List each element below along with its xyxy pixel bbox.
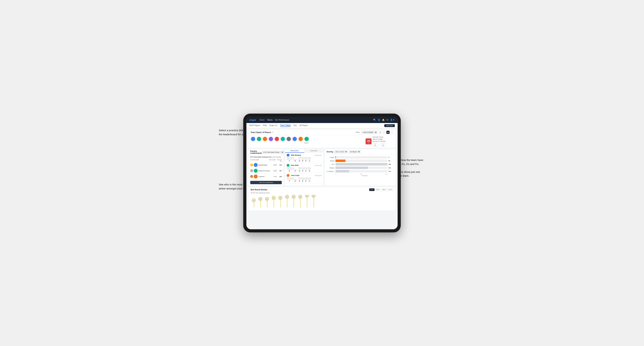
streak-col-9: 3x bbox=[305, 195, 309, 207]
team-controls: Show: Last 3 months Last 6 months Last y… bbox=[356, 131, 394, 134]
col-player: PLAYER NAME bbox=[250, 159, 268, 162]
streaks-header: Best Round Streaks OTT APP ARG PUTT bbox=[250, 188, 394, 191]
streak-dot-7: 4x bbox=[292, 195, 296, 198]
scoring-header: Scoring Par 3, 4 & 5s All Players bbox=[325, 149, 396, 155]
card-view-icon[interactable]: ▦ bbox=[386, 131, 390, 134]
streak-col-2: 6x bbox=[259, 197, 262, 207]
tablet-screen: clippd Home Teams My Performance 🔍 👤 🔔 ⚙… bbox=[246, 117, 398, 229]
nav-teams[interactable]: Teams bbox=[267, 119, 273, 121]
nav-performance[interactable]: My Performance bbox=[275, 119, 289, 121]
col-avg: PB AVG SQ bbox=[276, 159, 282, 162]
players-filter-select[interactable]: All Players bbox=[348, 150, 360, 153]
ott-button[interactable]: OTT bbox=[369, 188, 374, 191]
chart-xlabel: Total Shots bbox=[326, 175, 394, 176]
sub-nav-pgat[interactable]: PGAT Players bbox=[249, 124, 260, 127]
scoring-card: Scoring Par 3, 4 & 5s All Players Ea bbox=[325, 149, 396, 185]
par-filter-select[interactable]: Par 3, 4 & 5s bbox=[334, 150, 348, 153]
pars-label: Pars bbox=[326, 164, 334, 165]
avatar-7[interactable] bbox=[286, 137, 291, 141]
sub-nav-tour[interactable]: Tour bbox=[293, 124, 296, 127]
sub-nav-all-players[interactable]: All Players bbox=[300, 124, 308, 127]
sub-nav-pga[interactable]: PGA bbox=[263, 124, 266, 127]
sub-nav-team-clippd[interactable]: Team Clippd bbox=[280, 124, 290, 127]
add-team-button[interactable]: Add Team bbox=[384, 124, 395, 127]
yds-left: 16 yds bbox=[372, 143, 378, 147]
player-score-3: 17/20 bbox=[271, 176, 277, 177]
streak-col-3: 6x bbox=[265, 197, 269, 207]
list-view-icon[interactable]: ≡ bbox=[382, 131, 386, 134]
rank-badge-3: 3 bbox=[250, 175, 253, 178]
player-avatars bbox=[250, 137, 362, 141]
player-avatar-3 bbox=[254, 174, 258, 178]
nav-home[interactable]: Home bbox=[259, 119, 264, 121]
view-icons: ⊞ ≡ ▦ ↕ bbox=[379, 131, 394, 134]
page-wrapper: Select a practice drill and see the lead… bbox=[217, 107, 427, 238]
drill-select[interactable]: PUTT Must Make Putting... bbox=[262, 151, 284, 154]
table-row: 1 Richard Butler 19/20 110 bbox=[248, 162, 284, 168]
bogeys-track bbox=[336, 167, 388, 169]
streak-dot-8: 4x bbox=[298, 195, 302, 198]
streak-dot-5: 5x bbox=[278, 196, 282, 199]
axis-200: 200 bbox=[360, 173, 362, 175]
players-label: Players bbox=[250, 142, 362, 144]
avatar-4[interactable] bbox=[268, 137, 273, 141]
streak-dot-10: 3x bbox=[312, 195, 315, 197]
shot-yds: 16 yds ○ 0 yds bbox=[372, 143, 386, 147]
streaks-card: Best Round Streaks OTT APP ARG PUTT Off … bbox=[248, 187, 396, 210]
player-avg-2: 107 bbox=[277, 170, 282, 172]
most-active-card: Most Active Least Active Blair McHarg 26… bbox=[285, 149, 324, 185]
player-name-3: Cameron... bbox=[258, 176, 271, 177]
avatar-8[interactable] bbox=[292, 137, 297, 141]
active-player-header-1: Blair McHarg 26 Aug 2023 bbox=[287, 154, 322, 157]
practice-label: Total Practice Activities bbox=[298, 157, 311, 159]
active-date-2: 02 Sep 2023 bbox=[315, 165, 322, 166]
app-button[interactable]: APP bbox=[375, 188, 380, 191]
show-label: Show: bbox=[356, 131, 360, 133]
view-full-leaderboard-button[interactable]: View Full Leaderboard bbox=[250, 181, 282, 184]
avatar-3[interactable] bbox=[262, 137, 268, 141]
grid-view-icon[interactable]: ⊞ bbox=[379, 131, 382, 134]
streak-col-6: 4x bbox=[285, 195, 289, 207]
show-select[interactable]: Last 3 months Last 6 months Last year bbox=[362, 131, 377, 134]
search-icon[interactable]: 🔍 bbox=[373, 119, 376, 121]
active-date-1: 26 Aug 2023 bbox=[315, 155, 322, 156]
table-row: 3 Cameron... 17/20 103 bbox=[248, 174, 284, 179]
bogeys-val: 311 bbox=[388, 167, 394, 169]
birdies-label: Birdies bbox=[326, 160, 334, 162]
active-player-name-1: Blair McHarg bbox=[287, 154, 301, 157]
nav-bar: clippd Home Teams My Performance 🔍 👤 🔔 ⚙… bbox=[246, 117, 398, 123]
avatar-2[interactable] bbox=[256, 137, 262, 141]
lb-sub-title: PUTT Must Make Putting (3-6 ft), Last 3 … bbox=[248, 156, 284, 159]
streaks-subtitle: Off The Tee, Fairway Accuracy bbox=[250, 192, 394, 194]
bell-icon[interactable]: 🔔 bbox=[382, 119, 385, 121]
avatar-6[interactable] bbox=[280, 137, 285, 141]
streak-col-7: 4x bbox=[292, 195, 296, 207]
active-avatar-3 bbox=[287, 174, 290, 177]
player-avatar-2 bbox=[254, 169, 258, 173]
tab-least-active[interactable]: Least Active bbox=[304, 149, 324, 153]
avatar-1[interactable] bbox=[250, 137, 256, 141]
settings-icon[interactable]: ⚙ bbox=[386, 119, 388, 121]
bar-pars: Pars 499 bbox=[326, 163, 394, 166]
team-header-top: Team Clippd | 14 Players ✏ Show: Last 3 … bbox=[248, 130, 396, 135]
player-name-1: Richard Butler bbox=[258, 164, 271, 166]
streak-dot-3: 6x bbox=[265, 197, 269, 201]
pars-track bbox=[336, 163, 388, 166]
bar-dbogeys: D. Bogeys + 131 bbox=[326, 170, 394, 173]
users-icon[interactable]: 👤 bbox=[378, 119, 380, 121]
avatar-10[interactable] bbox=[304, 137, 309, 141]
arg-button[interactable]: ARG bbox=[381, 188, 386, 191]
player-name-2: Edward Crossman bbox=[258, 170, 271, 172]
avatar-9[interactable] bbox=[298, 137, 303, 141]
eagles-track bbox=[336, 156, 388, 159]
tab-most-active[interactable]: Most Active bbox=[285, 149, 304, 153]
total-rounds-group: Total Rounds Tournament 7 Practice bbox=[287, 157, 297, 162]
shot-distance-box: 198 yd bbox=[366, 138, 372, 144]
chart-view-icon[interactable]: ↕ bbox=[390, 131, 394, 134]
avatar-5[interactable] bbox=[274, 137, 279, 141]
profile-icon[interactable]: 👤▼ bbox=[390, 119, 395, 121]
edit-icon[interactable]: ✏ bbox=[272, 131, 274, 133]
putt-button[interactable]: PUTT bbox=[387, 188, 394, 191]
sub-nav-hcaps[interactable]: Hcaps 1-5 bbox=[270, 124, 278, 127]
practice-col: Practice 6 bbox=[293, 159, 297, 162]
